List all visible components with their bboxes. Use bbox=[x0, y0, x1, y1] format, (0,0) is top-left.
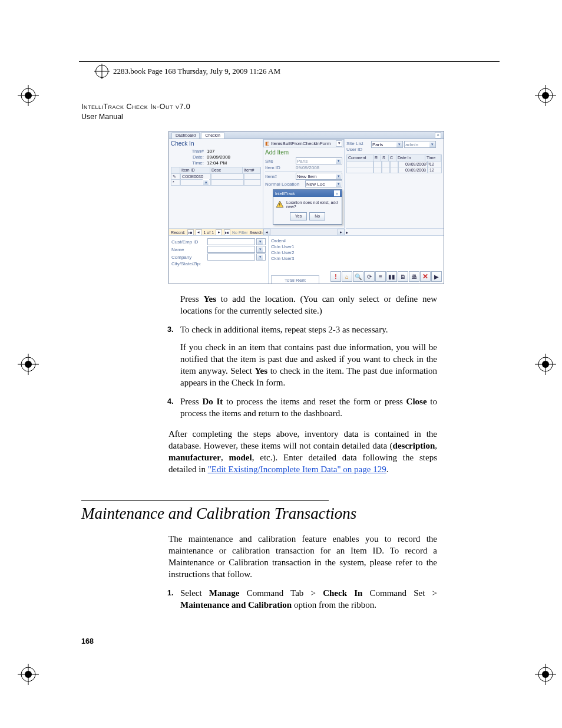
chevron-down-icon: ▾ bbox=[336, 174, 341, 179]
cust-input[interactable] bbox=[207, 238, 255, 245]
location-select[interactable]: New Loc▾ bbox=[305, 180, 342, 187]
tab-checkin[interactable]: CheckIn bbox=[201, 132, 224, 139]
checkin-title: Check In bbox=[171, 140, 261, 147]
tab-dashboard[interactable]: Dashboard bbox=[171, 132, 200, 139]
home-icon[interactable]: ⌂ bbox=[342, 271, 352, 282]
no-button[interactable]: No bbox=[309, 212, 325, 220]
top-status-line: 2283.book Page 168 Thursday, July 9, 200… bbox=[95, 65, 280, 78]
chevron-down-icon[interactable]: ▾ bbox=[257, 255, 263, 260]
itemnum-select[interactable]: New Item▾ bbox=[296, 173, 342, 180]
book-icon bbox=[95, 65, 108, 78]
confirm-dialog: IntelliTrack× ! Location does not exist,… bbox=[273, 189, 342, 225]
section-rule bbox=[81, 500, 329, 501]
sitelist-select[interactable]: Paris▾ bbox=[371, 141, 403, 148]
body-text: Press Yes to add the location. (You can … bbox=[180, 294, 437, 419]
crop-mark-icon bbox=[535, 354, 556, 375]
warning-icon: ! bbox=[276, 200, 284, 209]
doit-icon[interactable]: ▶ bbox=[431, 271, 442, 282]
edit-item-data-link[interactable]: "Edit Existing/Incomplete Item Data" on … bbox=[208, 465, 386, 474]
step-number: 1. bbox=[167, 588, 173, 598]
company-input[interactable] bbox=[207, 253, 255, 261]
action-toolbar: ! ⌂ 🔍 ⟳ ≡ ▮▮ 🗎 🖶 ✕ ▶ bbox=[330, 271, 442, 282]
search-icon[interactable]: 🔍 bbox=[353, 271, 363, 282]
total-rent: Total Rent bbox=[271, 275, 319, 284]
top-status-text: 2283.book Page 168 Thursday, July 9, 200… bbox=[113, 67, 280, 76]
next-record-button[interactable]: ▸ bbox=[216, 229, 222, 236]
last-record-button[interactable]: ⏭ bbox=[224, 229, 230, 236]
close-icon[interactable]: × bbox=[334, 190, 340, 196]
step-number: 3. bbox=[167, 325, 173, 335]
yes-button[interactable]: Yes bbox=[290, 212, 307, 220]
after-paragraph: After completing the steps above, invent… bbox=[168, 429, 437, 476]
crop-mark-icon bbox=[18, 354, 39, 375]
panel-header: ◧ ItemsBuiltFromCheckinForm ▾ bbox=[263, 139, 344, 147]
chevron-down-icon: ▾ bbox=[396, 142, 402, 147]
additem-title: Add Item bbox=[265, 149, 342, 156]
userid-select[interactable]: admin▾ bbox=[404, 141, 436, 148]
preview-icon[interactable]: 🗎 bbox=[398, 271, 408, 282]
chevron-down-icon[interactable]: ▾ bbox=[257, 239, 263, 245]
step-number: 4. bbox=[167, 397, 173, 407]
refresh-icon[interactable]: ⟳ bbox=[364, 271, 375, 282]
chevron-down-icon: ▾ bbox=[336, 182, 341, 187]
crop-mark-icon bbox=[18, 664, 39, 685]
chevron-down-icon[interactable]: ▾ bbox=[336, 140, 342, 147]
svg-text:!: ! bbox=[279, 203, 280, 207]
chevron-down-icon: ▾ bbox=[336, 159, 341, 164]
close-icon[interactable]: × bbox=[435, 132, 441, 139]
page-number: 168 bbox=[81, 637, 94, 645]
site-select[interactable]: Paris▾ bbox=[296, 157, 342, 164]
crop-mark-icon bbox=[18, 85, 39, 106]
list-icon[interactable]: ≡ bbox=[375, 271, 386, 282]
print-icon[interactable]: 🖶 bbox=[409, 271, 419, 282]
crop-mark-icon bbox=[535, 85, 556, 106]
section-heading: Maintenance and Calibration Transactions bbox=[81, 505, 447, 523]
running-head-sub: User Manual bbox=[81, 112, 190, 122]
running-head-title: IntelliTrack Check In-Out v7.0 bbox=[81, 102, 190, 112]
chevron-down-icon: ▾ bbox=[429, 142, 435, 147]
chevron-down-icon[interactable]: ▾ bbox=[257, 247, 263, 252]
name-input[interactable] bbox=[207, 246, 255, 253]
crop-mark-icon bbox=[535, 664, 556, 685]
top-rule bbox=[79, 61, 500, 62]
maint-intro: The maintenance and calibration feature … bbox=[168, 533, 437, 581]
alert-icon[interactable]: ! bbox=[330, 271, 341, 282]
window-tabs: Dashboard CheckIn × bbox=[169, 131, 444, 139]
screenshot-figure: Dashboard CheckIn × Check In Tran#107 Da… bbox=[168, 131, 444, 284]
close-icon[interactable]: ✕ bbox=[420, 271, 431, 282]
prev-record-button[interactable]: ◂ bbox=[196, 229, 202, 236]
barcode-icon[interactable]: ▮▮ bbox=[386, 271, 397, 282]
running-head: IntelliTrack Check In-Out v7.0 User Manu… bbox=[81, 102, 190, 122]
first-record-button[interactable]: ⏮ bbox=[187, 229, 194, 236]
